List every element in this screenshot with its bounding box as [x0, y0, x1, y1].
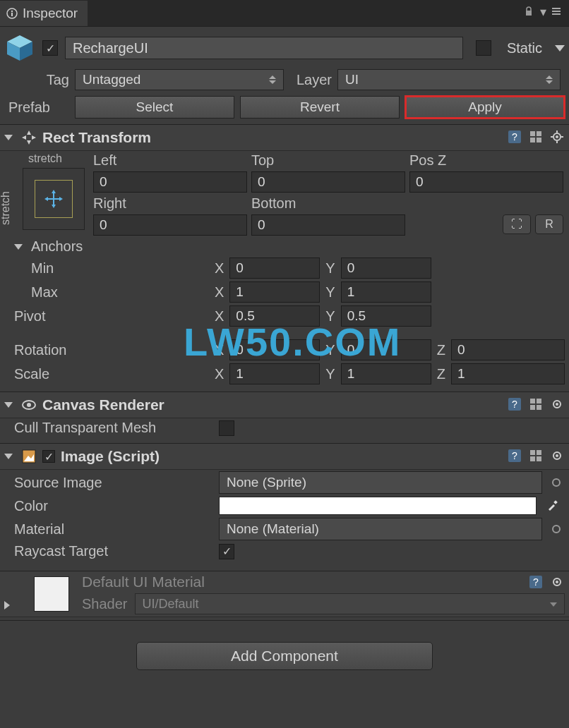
canvas-renderer-header[interactable]: Canvas Renderer ? [0, 392, 569, 418]
eyedropper-icon[interactable] [546, 499, 561, 513]
prefab-apply-button[interactable]: Apply [405, 96, 565, 119]
context-menu-icon[interactable] [551, 6, 563, 18]
bottom-label: Bottom [251, 195, 405, 212]
tag-popup[interactable]: Untagged [75, 69, 284, 90]
pivot-x-field[interactable]: 0.5 [229, 305, 320, 327]
lock-icon[interactable] [523, 6, 536, 18]
help-icon[interactable]: ? [507, 129, 522, 145]
rotation-z-field[interactable]: 0 [451, 339, 565, 360]
anchor-preset-button[interactable] [23, 168, 85, 230]
gear-icon[interactable] [549, 129, 565, 145]
rotation-x-field[interactable]: 0 [229, 339, 320, 360]
left-label: Left [93, 152, 247, 169]
svg-point-41 [556, 403, 558, 406]
svg-marker-12 [22, 135, 26, 140]
tab-bar: Inspector ▾ [0, 0, 569, 27]
shader-popup[interactable]: UI/Default [135, 593, 565, 614]
scale-y-field[interactable]: 1 [341, 363, 431, 384]
svg-rect-46 [530, 450, 535, 455]
anchors-row[interactable]: Anchors [0, 237, 569, 256]
layer-value: UI [345, 72, 359, 87]
color-field[interactable] [219, 497, 537, 515]
static-checkbox[interactable] [476, 40, 491, 56]
gameobject-icon[interactable] [4, 32, 35, 63]
blueprint-mode-button[interactable]: ⛶ [503, 214, 531, 234]
image-enabled-checkbox[interactable] [42, 450, 55, 463]
gear-icon[interactable] [549, 396, 565, 412]
image-icon [21, 449, 37, 464]
min-label: Min [31, 260, 209, 277]
svg-marker-13 [32, 135, 36, 140]
inspector-tab[interactable]: Inspector [0, 1, 88, 26]
svg-rect-39 [537, 405, 541, 410]
anchor-min-x-field[interactable]: 0 [229, 257, 320, 279]
svg-rect-49 [537, 456, 541, 461]
prefab-revert-button[interactable]: Revert [240, 96, 400, 119]
material-header[interactable]: Default UI Material Shader UI/Default ? [0, 571, 569, 617]
svg-rect-3 [526, 11, 532, 16]
static-dropdown-icon[interactable] [555, 45, 565, 51]
rotation-row: Rotation X 0 Y 0 Z 0 [0, 338, 569, 362]
anchor-max-y-field[interactable]: 1 [341, 281, 431, 303]
help-icon[interactable]: ? [528, 574, 544, 590]
static-label: Static [507, 40, 542, 56]
raycast-checkbox[interactable] [219, 544, 234, 559]
pivot-label: Pivot [14, 308, 209, 324]
help-icon[interactable]: ? [507, 448, 522, 463]
preset-icon[interactable] [528, 448, 544, 463]
raw-edit-button[interactable]: R [535, 214, 563, 234]
source-image-field[interactable]: None (Sprite) [219, 471, 542, 494]
bottom-field[interactable]: 0 [251, 214, 405, 236]
gear-icon[interactable] [549, 448, 565, 463]
stretch-h-label: stretch [11, 152, 85, 165]
pivot-y-field[interactable]: 0.5 [341, 305, 431, 327]
svg-marker-11 [27, 140, 31, 145]
svg-marker-10 [27, 131, 31, 135]
gameobject-name-field[interactable]: RechargeUI [65, 37, 463, 59]
layer-label: Layer [297, 72, 332, 88]
scale-x-field[interactable]: 1 [229, 363, 320, 384]
pivot-row: Pivot X 0.5 Y 0.5 [0, 304, 569, 328]
anchor-min-y-field[interactable]: 0 [341, 257, 431, 279]
image-header[interactable]: Image (Script) ? [0, 443, 569, 470]
posz-field[interactable]: 0 [409, 171, 563, 193]
rotation-y-field[interactable]: 0 [341, 339, 431, 360]
scale-z-field[interactable]: 1 [451, 363, 565, 384]
prefab-select-button[interactable]: Select [75, 96, 234, 119]
anchor-max-x-field[interactable]: 1 [229, 281, 320, 303]
enabled-checkbox[interactable] [42, 40, 58, 56]
top-field[interactable]: 0 [251, 171, 405, 193]
left-field[interactable]: 0 [93, 171, 247, 193]
rect-transform-body: stretch stretch Left Top Pos Z 0 0 0 Rig… [0, 151, 569, 236]
tab-dropdown-icon[interactable]: ▾ [540, 4, 546, 20]
material-row: Material None (Material) [0, 516, 569, 542]
image-title: Image (Script) [61, 448, 160, 465]
svg-rect-16 [530, 131, 535, 136]
cull-checkbox[interactable] [219, 420, 234, 436]
material-field[interactable]: None (Material) [219, 518, 542, 540]
object-picker-icon[interactable] [552, 525, 561, 533]
svg-rect-5 [552, 11, 561, 12]
scale-label: Scale [14, 366, 209, 382]
add-component-button[interactable]: Add Component [136, 642, 433, 670]
svg-text:?: ? [533, 576, 539, 588]
svg-rect-4 [552, 8, 561, 9]
right-field[interactable]: 0 [93, 214, 247, 236]
preset-icon[interactable] [528, 129, 544, 145]
svg-rect-38 [530, 405, 535, 410]
preset-icon[interactable] [528, 396, 544, 412]
cull-label: Cull Transparent Mesh [14, 420, 213, 436]
help-icon[interactable]: ? [507, 396, 522, 412]
layer-popup[interactable]: UI [337, 69, 561, 90]
anchor-min-row: Min X 0 Y 0 [0, 256, 569, 280]
svg-point-1 [11, 10, 13, 11]
raycast-label: Raycast Target [14, 543, 213, 559]
svg-rect-2 [11, 13, 13, 16]
svg-rect-18 [530, 138, 535, 142]
svg-rect-36 [530, 399, 535, 404]
object-picker-icon[interactable] [552, 478, 561, 487]
rect-transform-header[interactable]: Rect Transform ? [0, 124, 569, 151]
prefab-row: Prefab Select Revert Apply [0, 95, 569, 120]
svg-text:?: ? [512, 450, 517, 461]
gear-icon[interactable] [549, 574, 565, 590]
